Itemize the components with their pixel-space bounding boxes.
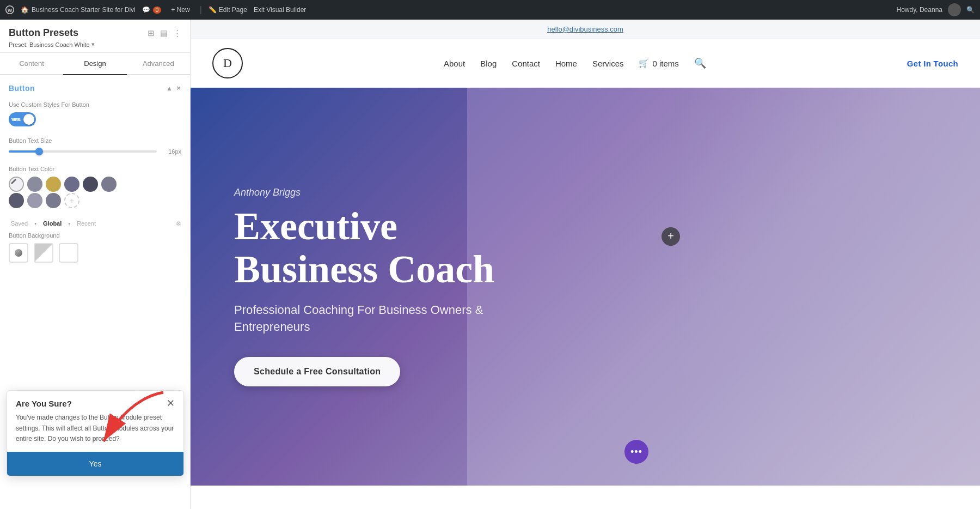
toggle-knob [23, 114, 34, 125]
hero-options-button[interactable]: ••• [624, 440, 648, 464]
site-name-icon: 🏠 [21, 6, 29, 14]
svg-point-2 [15, 249, 22, 257]
color-swatch-pen[interactable] [9, 177, 24, 192]
sidebar-tabs: Content Design Advanced [0, 53, 190, 75]
admin-bar-left: W 🏠 Business Coach Starter Site for Divi… [5, 5, 888, 15]
cart-count: 0 items [652, 59, 678, 68]
hero-content: Anthony Briggs Executive Business Coach … [191, 154, 572, 420]
color-swatch-medium-grey2[interactable] [46, 193, 61, 208]
sidebar-layout-icon[interactable]: ▤ [160, 28, 168, 38]
admin-avatar[interactable] [948, 3, 961, 16]
admin-bar-exit-builder[interactable]: Exit Visual Builder [254, 6, 307, 14]
saved-option[interactable]: Saved [9, 219, 30, 228]
site-logo[interactable]: D [212, 48, 243, 78]
tab-design[interactable]: Design [63, 53, 126, 75]
admin-bar-new[interactable]: + New [168, 5, 193, 15]
site-header: D About Blog Contact Home Services 🛒 0 i… [191, 39, 980, 88]
text-size-label: Button Text Size [9, 137, 181, 144]
main-content-area: hello@divibusiness.com D About Blog Cont… [191, 20, 980, 509]
hero-subtitle: Professional Coaching For Business Owner… [234, 302, 528, 336]
section-title-button: Button [9, 84, 35, 93]
tab-advanced[interactable]: Advanced [127, 53, 190, 75]
section-header-button: Button ▲ ✕ [9, 84, 181, 93]
sidebar-more-icon[interactable]: ⋮ [173, 28, 181, 38]
color-swatch-dark-grey[interactable] [9, 193, 24, 208]
custom-styles-group: Use Custom Styles For Button YES [9, 101, 181, 126]
cart-icon: 🛒 [639, 58, 649, 68]
admin-bar-site-name[interactable]: 🏠 Business Coach Starter Site for Divi [21, 6, 136, 14]
color-swatch-dark-purple[interactable] [64, 177, 79, 192]
get-in-touch-button[interactable]: Get In Touch [907, 59, 958, 68]
bg-swatch-gradient[interactable] [9, 243, 28, 263]
nav-contact[interactable]: Contact [512, 59, 540, 68]
sidebar-panel: Button Presets ⊞ ▤ ⋮ Preset: Business Co… [0, 20, 191, 509]
sidebar-settings-icon[interactable]: ⊞ [148, 28, 155, 38]
text-size-slider[interactable] [9, 150, 157, 153]
bg-preview-row [9, 243, 181, 263]
nav-home[interactable]: Home [555, 59, 577, 68]
text-size-slider-row: 16px [9, 148, 181, 155]
sidebar-title-icons: ⊞ ▤ ⋮ [148, 28, 181, 38]
sidebar-header: Button Presets ⊞ ▤ ⋮ Preset: Business Co… [0, 20, 190, 53]
nav-about[interactable]: About [444, 59, 465, 68]
admin-search-icon[interactable]: 🔍 [966, 6, 975, 14]
text-size-group: Button Text Size 16px [9, 137, 181, 155]
color-swatch-gold[interactable] [46, 177, 61, 192]
preset-label[interactable]: Preset: Business Coach White ▾ [9, 41, 181, 48]
preset-settings-icon[interactable]: ⚙ [176, 220, 181, 227]
color-swatch-light-grey[interactable] [27, 193, 42, 208]
admin-bar-howdy: Howdy, Deanna [897, 6, 943, 14]
close-section-icon: ✕ [176, 84, 181, 92]
button-background-group: Button Background [9, 232, 181, 263]
site-search-icon[interactable]: 🔍 [694, 57, 706, 69]
custom-styles-toggle[interactable]: YES [9, 112, 36, 126]
color-swatch-add[interactable]: + [64, 193, 79, 208]
color-swatches-row2: + [9, 193, 181, 208]
custom-styles-label: Use Custom Styles For Button [9, 101, 181, 108]
wp-logo-icon[interactable]: W [5, 5, 14, 14]
slider-thumb[interactable] [35, 148, 43, 155]
bg-swatch-solid[interactable] [34, 243, 53, 263]
confirm-close-button[interactable]: ✕ [167, 398, 175, 408]
confirm-yes-button[interactable]: Yes [7, 452, 183, 476]
color-swatches-row1 [9, 177, 181, 192]
collapse-icon: ▲ [166, 84, 173, 92]
nav-blog[interactable]: Blog [480, 59, 497, 68]
site-nav: About Blog Contact Home Services 🛒 0 ite… [444, 57, 706, 69]
text-size-value: 16px [162, 148, 181, 155]
confirm-dialog-body: You've made changes to the Button Module… [7, 413, 183, 452]
text-color-label: Button Text Color [9, 166, 181, 172]
section-collapse-button[interactable]: ▲ ✕ [166, 84, 181, 92]
hero-person-name: Anthony Briggs [234, 187, 528, 198]
color-swatch-blue-grey[interactable] [27, 177, 42, 192]
sidebar-title: Button Presets [9, 27, 78, 39]
svg-text:W: W [8, 8, 13, 13]
comments-icon: 💬 [142, 6, 150, 14]
bg-swatch-white[interactable] [59, 243, 78, 263]
nav-services[interactable]: Services [592, 59, 624, 68]
toggle-yes-label: YES [12, 117, 21, 122]
email-bar: hello@divibusiness.com [191, 20, 980, 39]
hero-cta-button[interactable]: Schedule a Free Consultation [234, 357, 400, 386]
email-link[interactable]: hello@divibusiness.com [547, 25, 623, 33]
tab-content[interactable]: Content [0, 53, 63, 75]
color-swatch-medium-grey[interactable] [101, 177, 117, 192]
pencil-icon: ✏️ [209, 6, 217, 14]
preset-source-row: Saved • Global • Recent ⚙ [9, 219, 181, 228]
confirm-dialog-title: Are You Sure? [16, 399, 72, 408]
hero-section: Anthony Briggs Executive Business Coach … [191, 88, 980, 486]
slider-fill [9, 150, 38, 153]
preset-chevron-icon: ▾ [91, 41, 95, 48]
button-background-label: Button Background [9, 232, 181, 239]
recent-option[interactable]: Recent [75, 219, 98, 228]
confirm-dialog-footer: Yes [7, 452, 183, 476]
confirm-dialog-header: Are You Sure? ✕ [7, 391, 183, 413]
cart-area[interactable]: 🛒 0 items [639, 58, 678, 68]
admin-bar-edit-page[interactable]: ✏️ Edit Page [209, 6, 247, 14]
admin-bar-comments[interactable]: 💬 0 [142, 6, 162, 14]
global-option[interactable]: Global [41, 219, 64, 228]
hero-title: Executive Business Coach [234, 205, 528, 291]
confirm-dialog: Are You Sure? ✕ You've made changes to t… [7, 390, 184, 476]
hero-add-module-button[interactable]: + [661, 227, 680, 246]
color-swatch-navy[interactable] [83, 177, 98, 192]
